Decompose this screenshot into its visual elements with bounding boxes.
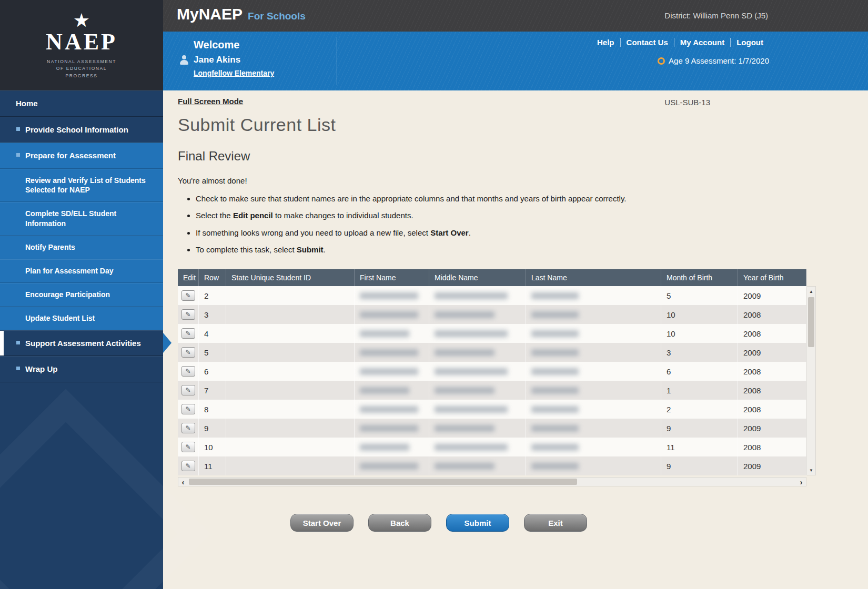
app-title: MyNAEPFor Schools <box>177 5 306 23</box>
star-icon: ★ <box>73 11 90 30</box>
back-button[interactable]: Back <box>368 514 431 532</box>
sidebar-item-prepare-for-assessment[interactable]: Prepare for Assessment <box>0 143 163 169</box>
intro-text: You're almost done! <box>178 176 868 185</box>
horizontal-scrollbar[interactable]: ‹ › <box>178 477 806 486</box>
instruction-text: Select the <box>196 211 233 220</box>
sidebar-subitem-plan-for-assessment-day[interactable]: Plan for Assessment Day <box>0 259 163 283</box>
contact-us-link[interactable]: Contact Us <box>620 38 674 47</box>
sidebar-item-home[interactable]: Home <box>0 90 163 117</box>
sidebar-subitem-review-and-verify[interactable]: Review and Verify List of Students Selec… <box>0 169 163 202</box>
edit-row-button[interactable]: ✎ <box>181 404 195 414</box>
assessment-info: Age 9 Assessment: 1/7/2020 <box>658 56 769 65</box>
student-id-cell <box>226 400 355 419</box>
edit-row-button[interactable]: ✎ <box>181 328 195 339</box>
row-number-cell: 6 <box>199 362 226 381</box>
row-number-cell: 7 <box>199 381 226 400</box>
horizontal-scroll-thumb[interactable] <box>189 479 577 485</box>
year-of-birth-cell: 2008 <box>738 305 806 324</box>
redacted-text <box>435 387 494 394</box>
vertical-scrollbar[interactable]: ▲ ▼ <box>806 286 816 475</box>
instruction-bold: Edit pencil <box>233 211 273 220</box>
logout-link[interactable]: Logout <box>730 38 769 47</box>
edit-row-button[interactable]: ✎ <box>181 366 195 377</box>
redacted-text <box>435 292 508 299</box>
edit-row-button[interactable]: ✎ <box>181 461 195 471</box>
submit-button[interactable]: Submit <box>446 514 509 532</box>
student-id-cell <box>226 438 355 456</box>
sidebar-item-label: Provide School Information <box>25 125 128 134</box>
naep-logo-caption: NATIONAL ASSESSMENT OF EDUCATIONAL PROGR… <box>47 58 116 80</box>
table-row: ✎ 9 9 2009 <box>178 419 806 438</box>
edit-row-button[interactable]: ✎ <box>181 385 195 395</box>
help-link[interactable]: Help <box>591 38 620 47</box>
redacted-text <box>531 368 579 375</box>
column-header: State Unique Student ID <box>226 269 355 286</box>
sidebar-item-label: Wrap Up <box>25 364 57 373</box>
table-row: ✎ 6 6 2008 <box>178 362 806 381</box>
row-number-cell: 10 <box>199 438 226 456</box>
middle-name-cell <box>429 362 526 381</box>
column-header: Last Name <box>526 269 661 286</box>
scroll-right-icon[interactable]: › <box>796 478 806 486</box>
redacted-text <box>435 349 494 356</box>
instruction-text: Check to make sure that student names ar… <box>196 194 627 203</box>
edit-row-button[interactable]: ✎ <box>181 309 195 320</box>
pencil-icon: ✎ <box>185 444 190 450</box>
logo-caption-line: PROGRESS <box>47 73 116 80</box>
instruction-item: Select the Edit pencil to make changes t… <box>196 209 699 221</box>
first-name-cell <box>355 456 429 475</box>
sidebar-item-support-assessment-activities[interactable]: Support Assessment Activities <box>0 330 163 357</box>
student-id-cell <box>226 286 355 305</box>
sidebar-subitem-sd-ell-information[interactable]: Complete SD/ELL Student Information <box>0 202 163 236</box>
edit-row-button[interactable]: ✎ <box>181 347 195 358</box>
sidebar-item-wrap-up[interactable]: Wrap Up <box>0 356 163 382</box>
edit-cell: ✎ <box>178 324 199 343</box>
edit-row-button[interactable]: ✎ <box>181 423 195 433</box>
month-of-birth-cell: 1 <box>661 381 738 400</box>
sidebar: Home Provide School Information Prepare … <box>0 90 163 589</box>
exit-button[interactable]: Exit <box>524 514 587 532</box>
sidebar-subitem-encourage-participation[interactable]: Encourage Participation <box>0 283 163 307</box>
sidebar-subitem-notify-parents[interactable]: Notify Parents <box>0 236 163 259</box>
redacted-text <box>360 425 418 432</box>
last-name-cell <box>526 286 661 305</box>
first-name-cell <box>355 438 429 456</box>
year-of-birth-cell: 2008 <box>738 438 806 456</box>
sidebar-item-provide-school-information[interactable]: Provide School Information <box>0 117 163 143</box>
instruction-item: To complete this task, select Submit. <box>196 243 699 256</box>
school-link[interactable]: Longfellow Elementary <box>194 69 274 77</box>
first-name-cell <box>355 362 429 381</box>
edit-row-button[interactable]: ✎ <box>181 290 195 301</box>
student-table: EditRowState Unique Student IDFirst Name… <box>178 269 816 486</box>
my-account-link[interactable]: My Account <box>674 38 730 47</box>
redacted-text <box>531 425 579 432</box>
pencil-icon: ✎ <box>185 425 190 431</box>
instruction-bold: Start Over <box>430 228 469 237</box>
redacted-text <box>360 387 409 394</box>
redacted-text <box>531 349 579 356</box>
redacted-text <box>360 368 418 375</box>
middle-name-cell <box>429 286 526 305</box>
year-of-birth-cell: 2008 <box>738 362 806 381</box>
pencil-icon: ✎ <box>185 406 190 412</box>
redacted-text <box>531 387 579 394</box>
row-number-cell: 2 <box>199 286 226 305</box>
sidebar-section-prepare-for-assessment: Prepare for Assessment Review and Verify… <box>0 143 163 330</box>
scroll-left-icon[interactable]: ‹ <box>178 478 188 486</box>
sidebar-subitem-update-student-list[interactable]: Update Student List <box>0 307 163 330</box>
bullet-icon <box>16 153 20 157</box>
instructions-list: Check to make sure that student names ar… <box>178 192 699 256</box>
scroll-up-icon[interactable]: ▲ <box>807 287 815 296</box>
welcome-label: Welcome <box>194 39 239 51</box>
full-screen-mode-link[interactable]: Full Screen Mode <box>178 97 243 106</box>
redacted-text <box>435 463 494 470</box>
last-name-cell <box>526 438 661 456</box>
scroll-down-icon[interactable]: ▼ <box>807 465 815 475</box>
start-over-button[interactable]: Start Over <box>290 514 354 532</box>
edit-row-button[interactable]: ✎ <box>181 442 195 452</box>
app-title-main: MyNAEP <box>177 5 243 23</box>
page-title: Submit Current List <box>178 115 868 135</box>
vertical-scroll-thumb[interactable] <box>808 297 814 347</box>
user-icon <box>179 55 189 65</box>
pencil-icon: ✎ <box>185 311 190 318</box>
